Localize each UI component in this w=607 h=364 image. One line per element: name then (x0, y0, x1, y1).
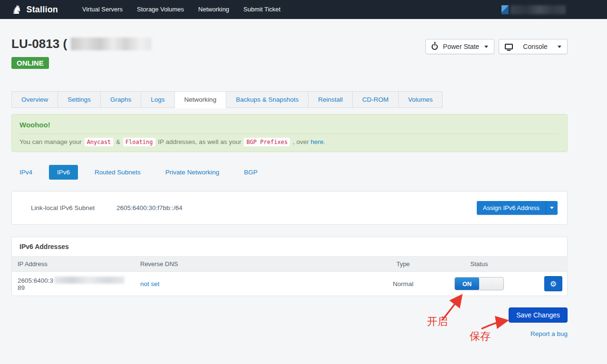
annotation-save-note: 保存 (470, 329, 491, 344)
nav-item-virtual-servers[interactable]: Virtual Servers (75, 0, 130, 19)
assign-ipv6-split-button: Assign IPv6 Address (477, 201, 558, 215)
alert-text: IP addresses, as well as your (158, 138, 241, 145)
title-block: LU-0813 ( ONLINE (11, 37, 152, 69)
alert-text: You can manage your (19, 138, 82, 145)
report-bug-link[interactable]: Report a bug (530, 330, 568, 337)
server-name-redacted (71, 38, 152, 50)
col-header-status: Status (434, 257, 524, 272)
subtab-bgp[interactable]: BGP (236, 165, 266, 180)
anycast-tag: Anycast (85, 138, 114, 146)
col-header-rdns: Reverse DNS (135, 257, 372, 272)
save-row: Save Changes (11, 307, 568, 323)
subnet-label: Link-local IPv6 Subnet (31, 204, 116, 211)
username-redacted (511, 5, 566, 14)
actions-cell: ⚙ (524, 272, 568, 296)
alert-title: Woohoo! (19, 121, 559, 129)
alert-text: & (116, 138, 120, 145)
assign-ipv6-button[interactable]: Assign IPv6 Address (477, 201, 546, 215)
console-icon (505, 44, 513, 49)
panel-title: IPv6 Addresses (12, 237, 567, 257)
ip-prefix: 2605:6400:3 (18, 277, 53, 284)
ip-redacted (54, 277, 125, 284)
power-state-label: Power State (443, 43, 479, 50)
reverse-dns-cell: not set (135, 272, 372, 296)
subnet-value: 2605:6400:30:f7bb::/64 (116, 204, 183, 211)
ipv6-addresses-panel: IPv6 Addresses IP Address Reverse DNS Ty… (11, 237, 568, 296)
col-header-type: Type (372, 257, 434, 272)
nav-item-networking[interactable]: Networking (191, 0, 236, 19)
tab-reinstall[interactable]: Reinstall (308, 91, 353, 108)
header-buttons: Power State Console (425, 39, 568, 54)
tab-cdrom[interactable]: CD-ROM (353, 91, 399, 108)
page-content: LU-0813 ( ONLINE Power State Console Ove… (11, 37, 568, 337)
caret-down-icon (550, 207, 554, 209)
settings-button[interactable]: ⚙ (544, 276, 562, 291)
reverse-dns-link[interactable]: not set (140, 280, 160, 287)
link-local-subnet-panel: Link-local IPv6 Subnet 2605:6400:30:f7bb… (11, 191, 568, 225)
status-cell: ON (434, 272, 524, 296)
stallion-logo-icon: ♞ (11, 4, 22, 16)
network-subtabs: IPv4 IPv6 Routed Subnets Private Network… (11, 165, 568, 180)
subtab-ipv4[interactable]: IPv4 (11, 165, 40, 180)
title-row: LU-0813 ( ONLINE Power State Console (11, 37, 568, 69)
caret-down-icon (558, 46, 561, 48)
ip-suffix: 89 (18, 284, 25, 291)
success-alert: Woohoo! You can manage your Anycast & Fl… (11, 114, 568, 152)
table-row: 2605:6400:389 not set Normal ON ⚙ (12, 272, 568, 296)
annotation-toggle-note: 开启 (427, 315, 448, 329)
save-changes-button[interactable]: Save Changes (509, 307, 568, 323)
subtab-private-networking[interactable]: Private Networking (157, 165, 227, 180)
caret-down-icon (484, 46, 488, 48)
assign-ipv6-dropdown-toggle[interactable] (546, 201, 558, 215)
power-icon (432, 44, 438, 50)
tab-graphs[interactable]: Graphs (101, 91, 141, 108)
floating-tag: Floating (123, 138, 155, 146)
bgp-prefixes-tag: BGP Prefixes (244, 138, 290, 146)
ip-address-cell: 2605:6400:389 (12, 272, 135, 296)
server-tabs: Overview Settings Graphs Logs Networking… (11, 91, 568, 108)
user-menu[interactable] (501, 0, 566, 19)
tab-volumes[interactable]: Volumes (399, 91, 443, 108)
tab-overview[interactable]: Overview (11, 91, 58, 108)
tab-settings[interactable]: Settings (58, 91, 101, 108)
page-title: LU-0813 ( (11, 37, 152, 51)
top-navbar: ♞ Stallion Virtual Servers Storage Volum… (0, 0, 607, 19)
tab-logs[interactable]: Logs (141, 91, 174, 108)
alert-text: . (323, 138, 325, 145)
col-header-ip: IP Address (12, 257, 135, 272)
alert-divider (19, 134, 559, 134)
nav-items: Virtual Servers Storage Volumes Networki… (75, 0, 288, 19)
status-badge: ONLINE (11, 57, 49, 69)
user-flag-icon (501, 5, 509, 14)
type-cell: Normal (372, 272, 434, 296)
gear-icon: ⚙ (550, 279, 557, 288)
toggle-on-label: ON (455, 278, 479, 290)
tab-networking[interactable]: Networking (175, 91, 227, 108)
alert-text: , over (293, 138, 309, 145)
brand[interactable]: ♞ Stallion (11, 4, 58, 16)
subtab-routed-subnets[interactable]: Routed Subnets (87, 165, 149, 180)
tab-backups-snapshots[interactable]: Backups & Snapshots (226, 91, 308, 108)
nav-item-submit-ticket[interactable]: Submit Ticket (236, 0, 288, 19)
power-state-button[interactable]: Power State (425, 39, 494, 54)
console-label: Console (523, 43, 547, 50)
subtab-ipv6[interactable]: IPv6 (49, 165, 78, 180)
nav-item-storage-volumes[interactable]: Storage Volumes (130, 0, 191, 19)
console-button[interactable]: Console (499, 39, 568, 54)
status-toggle[interactable]: ON (454, 277, 504, 290)
here-link[interactable]: here (310, 138, 323, 145)
table-header-row: IP Address Reverse DNS Type Status (12, 257, 568, 272)
alert-body: You can manage your Anycast & Floating I… (19, 138, 559, 145)
col-header-actions (524, 257, 568, 272)
ipv6-addresses-table: IP Address Reverse DNS Type Status 2605:… (12, 257, 568, 296)
server-id: LU-0813 ( (11, 37, 67, 51)
brand-name: Stallion (26, 5, 58, 15)
